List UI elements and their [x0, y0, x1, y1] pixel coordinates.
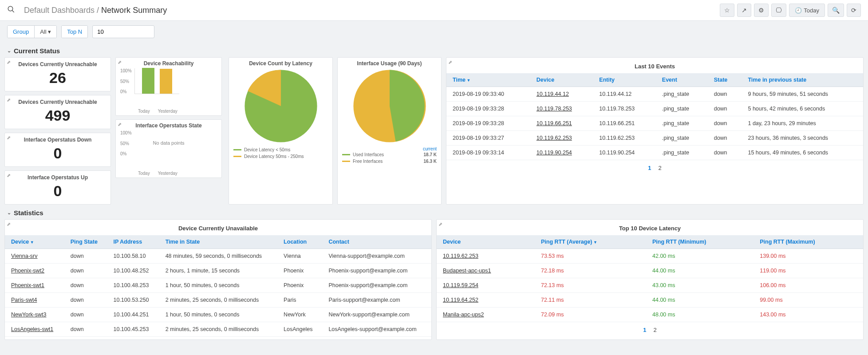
monitor-icon[interactable]: 🖵 — [771, 4, 786, 17]
device-link[interactable]: Budapest-apc-ups1 — [443, 268, 491, 274]
table-row: 10.119.59.254 72.13 ms 43.00 ms 106.00 m… — [437, 278, 863, 293]
time-range-button[interactable]: 🕘 Today — [789, 4, 825, 17]
table-row: 10.119.62.253 73.53 ms 42.00 ms 139.00 m… — [437, 249, 863, 264]
page-link[interactable]: 1 — [644, 164, 655, 172]
table-row: 2019-08-19 09:33:28 10.119.78.253 10.119… — [446, 102, 863, 116]
legend-item[interactable]: Used Interfaces18.7 K — [342, 151, 437, 158]
col-header[interactable]: Ping State — [64, 235, 107, 249]
popout-icon[interactable]: ⬈ — [448, 59, 452, 65]
device-link[interactable]: Phoenix-swt1 — [11, 282, 44, 288]
table-row: 2019-08-19 09:33:14 10.119.90.254 10.119… — [446, 146, 863, 160]
zoom-icon[interactable]: 🔍 — [828, 4, 844, 17]
kpi-value: 26 — [8, 69, 107, 87]
popout-icon[interactable]: ⬈ — [7, 97, 11, 103]
gear-icon[interactable]: ⚙ — [754, 4, 769, 17]
popout-icon[interactable]: ⬈ — [438, 221, 442, 227]
refresh-icon[interactable]: ⟳ — [847, 4, 861, 17]
device-link[interactable]: LosAngeles-swt1 — [11, 326, 53, 332]
col-header[interactable]: Ping RTT (Average) — [535, 235, 646, 249]
popout-icon[interactable]: ⬈ — [7, 59, 11, 65]
table-row: Vienna-srv down 10.100.58.10 48 minutes,… — [5, 249, 431, 264]
page-link[interactable]: 1 — [639, 326, 650, 334]
col-header[interactable]: IP Address — [107, 235, 159, 249]
device-link[interactable]: Paris-swt4 — [11, 297, 37, 303]
panel-device-reachability: ⬈ Device Reachability 100%50%0% TodayYes… — [115, 57, 222, 116]
legend-item[interactable]: Free Interfaces16.3 K — [342, 158, 437, 165]
kpi-title: Devices Currently Unreachable — [8, 61, 107, 67]
panel-device-unavailable: ⬈ Device Currently Unavailable DevicePin… — [4, 219, 432, 340]
col-header[interactable]: Ping RTT (Minimum) — [646, 235, 754, 249]
chevron-down-icon: ⌄ — [7, 210, 11, 216]
popout-icon[interactable]: ⬈ — [7, 173, 11, 178]
col-header[interactable]: Contact — [322, 235, 431, 249]
col-header[interactable]: Device — [530, 73, 593, 87]
pie-ifusage — [352, 68, 427, 144]
device-link[interactable]: Manila-apc-ups2 — [443, 312, 484, 318]
device-link[interactable]: NewYork-swt3 — [11, 312, 46, 318]
share-icon[interactable]: ↗ — [737, 4, 751, 17]
search-icon[interactable] — [7, 5, 15, 16]
col-header[interactable]: Device — [5, 235, 64, 249]
device-link[interactable]: 10.119.64.252 — [443, 297, 478, 303]
device-link[interactable]: 10.119.59.254 — [443, 282, 478, 288]
table-row: 2019-08-19 09:33:27 10.119.62.253 10.119… — [446, 131, 863, 146]
device-link[interactable]: 10.119.62.253 — [443, 253, 478, 259]
section-current-status[interactable]: ⌄ Current Status — [0, 43, 868, 57]
topn-filter: Top N — [61, 25, 88, 38]
topn-label[interactable]: Top N — [62, 26, 87, 38]
table-row: Phoenix-swt2 down 10.100.48.252 2 hours,… — [5, 264, 431, 278]
section-statistics[interactable]: ⌄ Statistics — [0, 205, 868, 219]
svg-point-0 — [8, 6, 13, 11]
device-link[interactable]: 10.119.90.254 — [537, 150, 572, 156]
breadcrumb-parent[interactable]: Default Dashboards — [24, 6, 95, 15]
group-label[interactable]: Group — [8, 26, 35, 38]
table-row: 10.119.64.252 72.11 ms 44.00 ms 99.00 ms — [437, 293, 863, 308]
legend-item[interactable]: Device Latency 50ms - 250ms — [233, 153, 328, 160]
kpi-stack: ⬈ Devices Currently Unreachable 26 ⬈ Dev… — [4, 57, 111, 205]
col-header[interactable]: Device — [437, 235, 535, 249]
device-link[interactable]: Phoenix-swt2 — [11, 268, 44, 274]
device-link[interactable]: 10.119.66.251 — [537, 120, 572, 126]
mini-chart-stack: ⬈ Device Reachability 100%50%0% TodayYes… — [115, 57, 224, 205]
page-link[interactable]: 2 — [650, 326, 660, 334]
panel-interface-operstatus: ⬈ Interface Operstatus State 100%50%0% N… — [115, 119, 222, 178]
popout-icon[interactable]: ⬈ — [7, 135, 11, 141]
chevron-down-icon: ⌄ — [7, 48, 11, 54]
table-row: Manila-apc-ups2 72.09 ms 48.00 ms 143.00… — [437, 308, 863, 322]
col-header[interactable]: Time in State — [159, 235, 277, 249]
legend-item[interactable]: Device Latency < 50ms — [233, 146, 328, 153]
table-row: Phoenix-swt1 down 10.100.48.253 1 hour, … — [5, 278, 431, 293]
star-icon[interactable]: ☆ — [720, 4, 734, 17]
popout-icon[interactable]: ⬈ — [7, 221, 11, 227]
svg-line-1 — [12, 10, 14, 12]
page-link[interactable]: 2 — [655, 164, 665, 172]
toolbar-buttons: ☆ ↗ ⚙ 🖵 🕘 Today 🔍 ⟳ — [720, 4, 861, 17]
col-header[interactable]: State — [708, 73, 742, 87]
col-header[interactable]: Event — [656, 73, 708, 87]
filter-row: Group All ▾ Top N — [0, 21, 868, 43]
group-all-dropdown[interactable]: All ▾ — [35, 26, 56, 38]
col-header[interactable]: Entity — [593, 73, 655, 87]
topn-input[interactable] — [92, 25, 154, 38]
kpi-card-1: ⬈ Devices Currently Unreachable 499 — [4, 95, 111, 129]
panel-top-device-latency: ⬈ Top 10 Device Latency DevicePing RTT (… — [436, 219, 864, 340]
device-link[interactable]: Vienna-srv — [11, 253, 38, 259]
breadcrumb: Default Dashboards / Network Summary — [24, 6, 720, 15]
device-link[interactable]: 10.119.62.253 — [537, 135, 572, 141]
clock-icon: 🕘 — [795, 7, 802, 14]
table-row: NewYork-swt3 down 10.100.44.251 1 hour, … — [5, 308, 431, 322]
popout-icon[interactable]: ⬈ — [118, 122, 122, 127]
popout-icon[interactable]: ⬈ — [118, 59, 122, 65]
col-header[interactable]: Ping RTT (Maximum) — [754, 235, 863, 249]
reach-bars — [134, 68, 179, 94]
col-header[interactable]: Time — [446, 73, 530, 87]
pie-latency — [243, 68, 319, 144]
kpi-value: 499 — [8, 107, 107, 124]
table-row: Budapest-apc-ups1 72.18 ms 44.00 ms 119.… — [437, 264, 863, 278]
device-link[interactable]: 10.119.78.253 — [537, 106, 572, 112]
col-header[interactable]: Location — [277, 235, 322, 249]
col-header[interactable]: Time in previous state — [742, 73, 863, 87]
device-link[interactable]: 10.119.44.12 — [537, 91, 569, 97]
bar-yesterday — [160, 69, 172, 94]
kpi-card-3: ⬈ Interface Operstatus Up 0 — [4, 170, 111, 205]
